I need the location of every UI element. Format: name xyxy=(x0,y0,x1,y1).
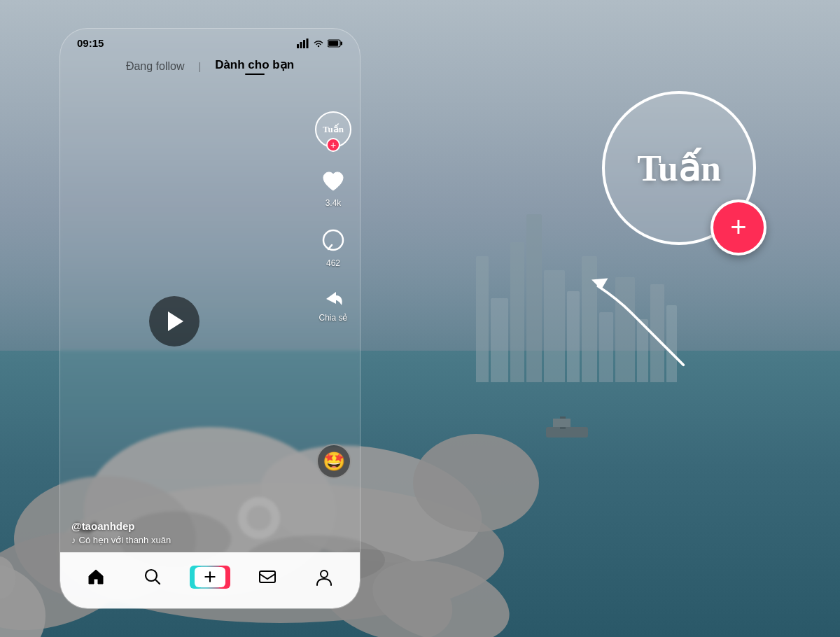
svg-rect-17 xyxy=(546,427,588,438)
svg-rect-21 xyxy=(300,42,302,48)
wifi-icon xyxy=(313,39,324,48)
video-area[interactable]: Tuấn + 3.4k xyxy=(60,83,360,559)
svg-line-29 xyxy=(155,580,160,584)
nav-home[interactable] xyxy=(67,567,125,587)
avatar-text: Tuấn xyxy=(323,124,344,135)
add-button[interactable] xyxy=(192,566,228,589)
search-icon xyxy=(143,567,162,587)
nav-add[interactable] xyxy=(181,566,239,589)
nav-inbox[interactable] xyxy=(239,567,296,587)
video-info: @taoanhdep ♪ Có hẹn với thanh xuân xyxy=(71,520,311,545)
tab-for-you[interactable]: Dành cho bạn xyxy=(215,57,294,75)
time-display: 09:15 xyxy=(77,37,104,49)
svg-rect-19 xyxy=(553,419,570,427)
music-note-icon: ♪ xyxy=(71,535,76,545)
svg-point-10 xyxy=(413,434,539,532)
svg-point-33 xyxy=(321,570,328,578)
home-icon xyxy=(86,567,106,587)
svg-point-27 xyxy=(323,230,343,250)
svg-rect-25 xyxy=(341,41,343,45)
svg-rect-20 xyxy=(297,44,299,48)
nav-profile[interactable] xyxy=(295,567,353,587)
status-icons xyxy=(297,38,343,48)
avatar-follow-button[interactable]: + xyxy=(326,138,340,152)
status-bar: 09:15 xyxy=(60,29,360,55)
likes-count: 3.4k xyxy=(326,198,342,208)
like-action[interactable]: 3.4k xyxy=(318,166,349,208)
heart-icon xyxy=(318,166,349,197)
comment-icon xyxy=(318,226,349,257)
share-label: Chia sẻ xyxy=(318,313,347,323)
music-disc: 🤩 xyxy=(316,444,351,479)
share-icon xyxy=(321,286,346,312)
avatar-container[interactable]: Tuấn + xyxy=(315,111,351,148)
comments-count: 462 xyxy=(326,258,340,268)
large-follow-button[interactable]: + xyxy=(710,200,766,255)
profile-icon xyxy=(314,567,334,587)
nav-search[interactable] xyxy=(125,567,182,587)
boat xyxy=(539,413,595,441)
bottom-nav xyxy=(60,552,360,608)
svg-rect-32 xyxy=(260,571,275,582)
phone-frame: 09:15 Đang follow | xyxy=(59,28,360,609)
battery-icon xyxy=(328,39,343,48)
inbox-icon xyxy=(258,567,277,587)
music-title: Có hẹn với thanh xuân xyxy=(79,535,172,545)
signal-icon xyxy=(297,38,309,48)
tab-following[interactable]: Đang follow xyxy=(126,60,185,73)
share-action[interactable]: Chia sẻ xyxy=(318,286,347,323)
right-actions: Tuấn + 3.4k xyxy=(315,111,351,323)
play-button[interactable] xyxy=(149,296,200,346)
large-plus-icon: + xyxy=(730,213,746,241)
curved-arrow xyxy=(578,273,710,378)
tab-divider: | xyxy=(199,61,202,72)
svg-rect-23 xyxy=(307,38,309,48)
svg-rect-26 xyxy=(328,41,338,46)
play-triangle-icon xyxy=(168,312,183,331)
comment-action[interactable]: 462 xyxy=(318,226,349,268)
large-avatar-text: Tuấn xyxy=(637,147,721,189)
large-avatar-overlay: Tuấn + xyxy=(602,91,756,245)
video-music: ♪ Có hẹn với thanh xuân xyxy=(71,535,311,545)
svg-rect-22 xyxy=(303,40,305,48)
nav-tabs: Đang follow | Dành cho bạn xyxy=(60,55,360,83)
video-username: @taoanhdep xyxy=(71,520,311,532)
